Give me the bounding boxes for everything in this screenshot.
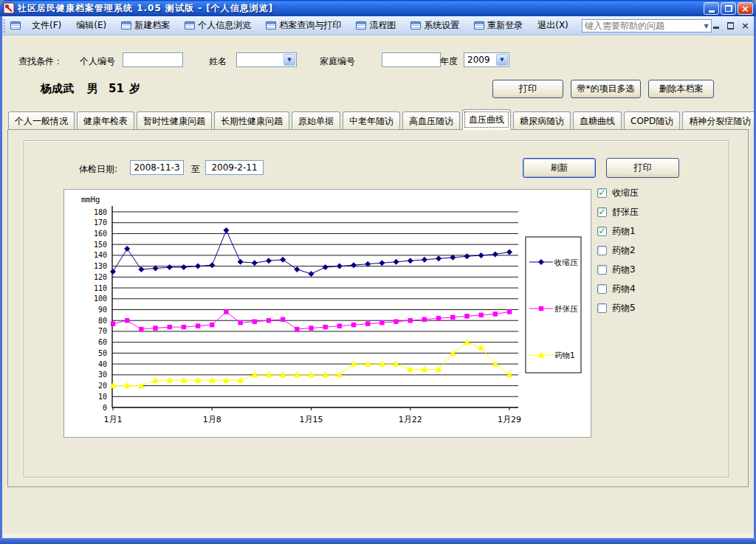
child-close-button[interactable]: × [740, 20, 750, 31]
menu-item-system-settings[interactable]: 系统设置 [404, 17, 466, 34]
tab-general-info[interactable]: 个人一般情况 [8, 111, 75, 130]
child-close-icon: × [741, 21, 749, 30]
form-icon [266, 21, 276, 30]
checkbox-drug1[interactable]: ✓ [597, 227, 607, 236]
menu-item-record-query-print[interactable]: 档案查询与打印 [259, 17, 348, 34]
svg-text:20: 20 [98, 382, 107, 390]
app-window: 社区居民健康档案管理系统 1.05 测试版 - [个人信息浏览] × 文件(F)… [0, 0, 756, 544]
checkbox-drug3[interactable] [597, 265, 607, 275]
menu-item-flowchart[interactable]: 流程图 [349, 17, 402, 34]
child-minimize-icon [713, 27, 719, 29]
svg-text:1月15: 1月15 [300, 415, 323, 424]
restore-icon [725, 5, 732, 12]
checkbox-drug2[interactable] [597, 246, 607, 255]
checkbox-row-drug2: 药物2 [597, 241, 639, 260]
tab-hypertension-followup[interactable]: 高血压随访 [402, 111, 460, 130]
year-combobox[interactable]: 2009 ▼ [464, 52, 509, 67]
svg-text:mmHg: mmHg [81, 195, 100, 204]
family-id-input[interactable] [382, 52, 441, 67]
tab-middle-aged-followup[interactable]: 中老年随访 [343, 111, 400, 130]
child-restore-button[interactable] [726, 20, 735, 31]
svg-text:1月29: 1月29 [498, 415, 521, 424]
minimize-button[interactable] [704, 2, 719, 15]
menu-item-label: 流程图 [369, 19, 396, 32]
svg-text:170: 170 [94, 218, 107, 227]
menu-item-label: 档案查询与打印 [279, 19, 341, 32]
personal-id-input[interactable] [123, 52, 183, 67]
patient-age-unit: 岁 [129, 82, 140, 96]
exam-date-label: 体检日期: [79, 163, 117, 176]
delete-record-button[interactable]: 删除本档案 [648, 80, 714, 98]
tab-annual-checkup[interactable]: 健康年检表 [77, 111, 134, 130]
name-label: 姓名 [209, 55, 227, 68]
menu-item-personal-info-browse[interactable]: 个人信息浏览 [178, 17, 258, 34]
app-icon [3, 2, 15, 14]
checkbox-systolic[interactable]: ✓ [597, 188, 607, 198]
menu-item-new-record[interactable]: 新建档案 [114, 17, 176, 34]
patient-name: 杨成武 [41, 82, 74, 96]
menu-item-exit[interactable]: 退出(X) [531, 17, 575, 34]
menu-item-relogin[interactable]: 重新登录 [467, 17, 529, 34]
checkbox-label-drug5: 药物5 [612, 302, 636, 314]
year-combobox-value: 2009 [464, 55, 495, 65]
svg-text:100: 100 [94, 295, 107, 303]
form-icon [185, 21, 195, 30]
svg-text:药物1: 药物1 [554, 351, 575, 359]
svg-text:收缩压: 收缩压 [554, 258, 578, 266]
checkbox-row-drug1: ✓药物1 [597, 221, 639, 241]
print-chart-button[interactable]: 打印 [606, 158, 679, 178]
date-from-input[interactable] [130, 160, 184, 175]
family-id-label: 家庭编号 [320, 55, 355, 68]
year-label: 年度 [440, 55, 458, 68]
date-to-input[interactable] [205, 160, 264, 175]
svg-text:1月8: 1月8 [203, 415, 221, 424]
tab-diabetes-followup[interactable]: 糖尿病随访 [513, 111, 571, 130]
svg-text:60: 60 [98, 338, 107, 346]
svg-text:130: 130 [94, 262, 107, 270]
child-window-icon [10, 21, 21, 30]
refresh-button[interactable]: 刷新 [523, 158, 596, 178]
help-dropdown-icon[interactable]: ▼ [701, 23, 711, 30]
svg-text:150: 150 [94, 241, 107, 249]
patient-gender: 男 [87, 82, 98, 96]
print-record-button[interactable]: 打印 [492, 80, 563, 98]
year-combobox-arrow-icon[interactable]: ▼ [496, 54, 508, 66]
window-title: 社区居民健康档案管理系统 1.05 测试版 - [个人信息浏览] [18, 2, 273, 15]
tab-copd-followup[interactable]: COPD随访 [624, 111, 680, 130]
multi-select-button[interactable]: 带*的项目多选 [571, 80, 641, 98]
svg-text:10: 10 [98, 393, 107, 401]
restore-button[interactable] [721, 2, 736, 15]
checkbox-diastolic[interactable]: ✓ [597, 207, 607, 217]
menu-item-edit[interactable]: 编辑(E) [69, 17, 113, 34]
help-search-input[interactable] [583, 21, 701, 31]
checkbox-label-drug4: 药物4 [612, 283, 636, 295]
checkbox-label-diastolic: 舒张压 [612, 206, 639, 218]
menu-item-label: 个人信息浏览 [198, 19, 251, 32]
bp-chart: 0102030405060708090100110120130140150160… [63, 189, 591, 438]
tab-original-receipts[interactable]: 原始单据 [292, 111, 340, 130]
child-minimize-button[interactable] [711, 20, 721, 31]
tab-temporary-health-issues[interactable]: 暂时性健康问题 [137, 111, 212, 130]
svg-text:140: 140 [94, 251, 107, 259]
svg-text:180: 180 [94, 208, 107, 216]
checkbox-label-drug2: 药物2 [612, 244, 636, 257]
checkbox-drug4[interactable] [597, 284, 607, 294]
menu-item-label: 系统设置 [424, 19, 459, 32]
form-icon [356, 21, 366, 30]
tab-glucose-curve[interactable]: 血糖曲线 [573, 111, 622, 130]
tab-schizophrenia-followup[interactable]: 精神分裂症随访 [682, 111, 756, 130]
patient-age: 51 [109, 82, 124, 96]
form-icon [121, 21, 131, 30]
close-button[interactable]: × [738, 2, 753, 15]
tab-long-term-health-issues[interactable]: 长期性健康问题 [214, 111, 289, 130]
tab-bp-curve[interactable]: 血压曲线 [462, 109, 511, 130]
checkbox-row-systolic: ✓收缩压 [597, 183, 639, 202]
toolbar-grip-icon[interactable] [2, 19, 6, 32]
checkbox-drug5[interactable] [597, 303, 607, 313]
name-combobox[interactable]: ▼ [236, 52, 297, 67]
svg-text:120: 120 [94, 273, 107, 281]
name-combobox-arrow-icon[interactable]: ▼ [284, 54, 295, 66]
to-label: 至 [191, 163, 200, 176]
menu-item-file[interactable]: 文件(F) [25, 17, 68, 34]
svg-text:110: 110 [94, 284, 107, 292]
